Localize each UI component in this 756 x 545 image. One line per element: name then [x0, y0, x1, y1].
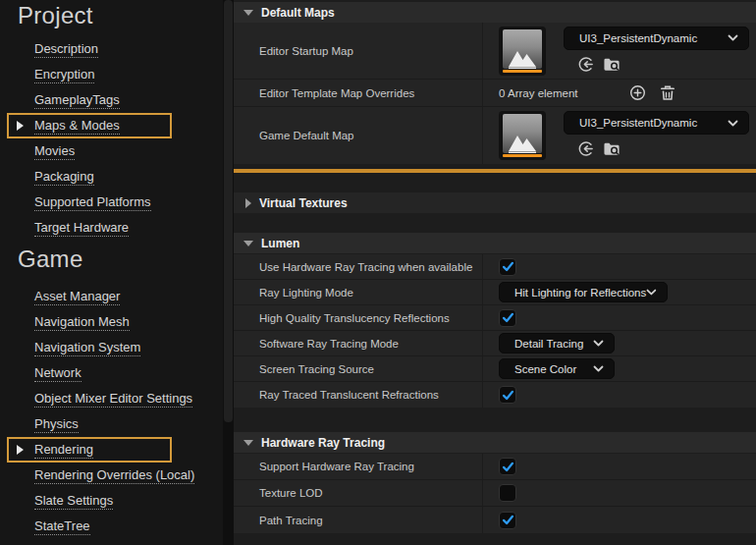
selected-item-arrow-icon: [17, 445, 24, 455]
sidebar-item-gameplaytags[interactable]: GameplayTags: [0, 87, 223, 113]
map-thumbnail-icon: [503, 29, 542, 69]
section-collapsed-icon[interactable]: [245, 198, 251, 208]
property-label: Path Tracing: [259, 515, 323, 526]
sidebar-item-network[interactable]: Network: [0, 360, 223, 386]
settings-scrollbar-track[interactable]: [223, 0, 234, 545]
settings-scrollbar-thumb[interactable]: [224, 0, 233, 422]
sidebar-item-movies[interactable]: Movies: [0, 138, 223, 164]
sidebar-item-object-mixer-editor-settings[interactable]: Object Mixer Editor Settings: [0, 386, 223, 411]
editor-startup-map-dropdown[interactable]: UI3_PersistentDynamic: [564, 27, 749, 50]
row-software-ray-tracing-mode: Software Ray Tracing Mode Detail Tracing: [234, 331, 756, 356]
ray-traced-translucent-refractions-checkbox[interactable]: [499, 386, 516, 404]
category-title-project: Project: [18, 2, 93, 29]
row-path-tracing: Path Tracing: [234, 507, 756, 533]
section-header-default-maps[interactable]: Default Maps: [234, 2, 756, 23]
property-label: Game Default Map: [259, 130, 354, 141]
section-expanded-icon[interactable]: [243, 10, 253, 16]
map-asset-thumbnail[interactable]: [499, 27, 546, 76]
screen-tracing-source-dropdown[interactable]: Scene Color: [499, 358, 615, 379]
thumbnail-accent-bar: [503, 70, 542, 73]
section-focus-rule: [223, 169, 756, 173]
section-header-virtual-textures[interactable]: Virtual Textures: [234, 192, 756, 213]
texture-lod-checkbox[interactable]: [499, 484, 516, 502]
property-label: Texture LOD: [259, 487, 323, 499]
row-use-hardware-ray-tracing: Use Hardware Ray Tracing when available: [234, 254, 756, 280]
property-label: Editor Template Map Overrides: [259, 87, 414, 99]
use-hardware-ray-tracing-checkbox[interactable]: [499, 258, 516, 276]
add-array-element-icon[interactable]: [629, 84, 646, 101]
property-label: Editor Startup Map: [259, 45, 353, 57]
map-asset-thumbnail[interactable]: [499, 111, 546, 160]
hardware-ray-tracing-rows: Support Hardware Ray Tracing Texture LOD…: [234, 454, 756, 533]
chevron-down-icon: [593, 365, 604, 372]
category-title-game: Game: [18, 245, 83, 273]
sidebar-item-rendering[interactable]: Rendering: [0, 437, 223, 463]
row-high-quality-translucency-reflections: High Quality Translucency Reflections: [234, 305, 756, 331]
property-label: Ray Lighting Mode: [259, 287, 353, 299]
project-settings-window: Project Description Encryption GameplayT…: [0, 0, 756, 545]
property-label: Ray Traced Translucent Refractions: [259, 389, 439, 401]
sidebar-item-navigation-mesh[interactable]: Navigation Mesh: [0, 309, 223, 335]
property-label: Software Ray Tracing Mode: [259, 338, 399, 350]
sidebar-item-rendering-overrides-local[interactable]: Rendering Overrides (Local): [0, 463, 223, 488]
array-element-count: 0 Array element: [499, 87, 578, 99]
row-screen-tracing-source: Screen Tracing Source Scene Color: [234, 356, 756, 382]
sidebar-item-asset-manager[interactable]: Asset Manager: [0, 284, 223, 309]
sidebar-item-navigation-system[interactable]: Navigation System: [0, 335, 223, 360]
software-ray-tracing-mode-dropdown[interactable]: Detail Tracing: [499, 333, 615, 354]
sidebar-item-statetree[interactable]: StateTree: [0, 514, 223, 539]
game-nav-list: Asset Manager Navigation Mesh Navigation…: [0, 284, 223, 539]
row-editor-startup-map: Editor Startup Map UI3_PersistentDynamic: [234, 23, 756, 80]
row-support-hardware-ray-tracing: Support Hardware Ray Tracing: [234, 454, 756, 480]
sidebar-item-target-hardware[interactable]: Target Hardware: [0, 215, 223, 241]
lumen-rows: Use Hardware Ray Tracing when available …: [234, 254, 756, 408]
chevron-down-icon: [646, 289, 657, 296]
sidebar-item-supported-platforms[interactable]: Supported Platforms: [0, 190, 223, 215]
use-selected-asset-icon[interactable]: [577, 56, 594, 73]
row-texture-lod: Texture LOD: [234, 480, 756, 507]
section-expanded-icon[interactable]: [243, 241, 253, 246]
property-label: High Quality Translucency Reflections: [259, 312, 450, 324]
property-label: Use Hardware Ray Tracing when available: [259, 261, 472, 273]
support-hardware-ray-tracing-checkbox[interactable]: [499, 458, 516, 475]
asset-picker: UI3_PersistentDynamic: [499, 111, 749, 160]
browse-to-asset-icon[interactable]: [603, 140, 621, 157]
row-ray-lighting-mode: Ray Lighting Mode Hit Lighting for Refle…: [234, 280, 756, 305]
sidebar-item-maps-and-modes[interactable]: Maps & Modes: [0, 113, 223, 138]
browse-to-asset-icon[interactable]: [603, 56, 621, 73]
section-header-hardware-ray-tracing[interactable]: Hardware Ray Tracing: [234, 432, 756, 453]
row-game-default-map: Game Default Map UI3_PersistentDynamic: [234, 107, 756, 164]
chevron-down-icon: [728, 34, 738, 41]
game-default-map-dropdown[interactable]: UI3_PersistentDynamic: [564, 111, 749, 135]
sidebar-item-packaging[interactable]: Packaging: [0, 164, 223, 190]
high-quality-translucency-reflections-checkbox[interactable]: [499, 309, 516, 327]
sidebar-item-physics[interactable]: Physics: [0, 411, 223, 437]
row-editor-template-map-overrides: Editor Template Map Overrides 0 Array el…: [234, 80, 756, 107]
section-expanded-icon[interactable]: [243, 440, 253, 446]
asset-picker: UI3_PersistentDynamic: [499, 27, 749, 76]
settings-nav-sidebar: Project Description Encryption GameplayT…: [0, 0, 223, 545]
sidebar-item-encryption[interactable]: Encryption: [0, 62, 223, 87]
path-tracing-checkbox[interactable]: [499, 512, 516, 529]
row-ray-traced-translucent-refractions: Ray Traced Translucent Refractions: [234, 382, 756, 408]
map-thumbnail-icon: [503, 114, 542, 153]
chevron-down-icon: [593, 340, 604, 347]
project-nav-list: Description Encryption GameplayTags Maps…: [0, 36, 223, 241]
sidebar-item-slate-settings[interactable]: Slate Settings: [0, 488, 223, 514]
selected-item-arrow-icon: [17, 121, 24, 131]
ray-lighting-mode-dropdown[interactable]: Hit Lighting for Reflections: [499, 282, 668, 302]
property-label: Support Hardware Ray Tracing: [259, 461, 414, 472]
property-label: Screen Tracing Source: [259, 363, 374, 375]
delete-array-icon[interactable]: [660, 84, 675, 101]
use-selected-asset-icon[interactable]: [577, 140, 594, 157]
settings-detail-panel: Default Maps Editor Startup Map: [234, 0, 756, 545]
thumbnail-accent-bar: [503, 154, 542, 157]
chevron-down-icon: [728, 120, 738, 127]
sidebar-item-description[interactable]: Description: [0, 36, 223, 62]
section-header-lumen[interactable]: Lumen: [234, 233, 756, 253]
default-maps-rows: Editor Startup Map UI3_PersistentDynamic: [234, 23, 756, 164]
